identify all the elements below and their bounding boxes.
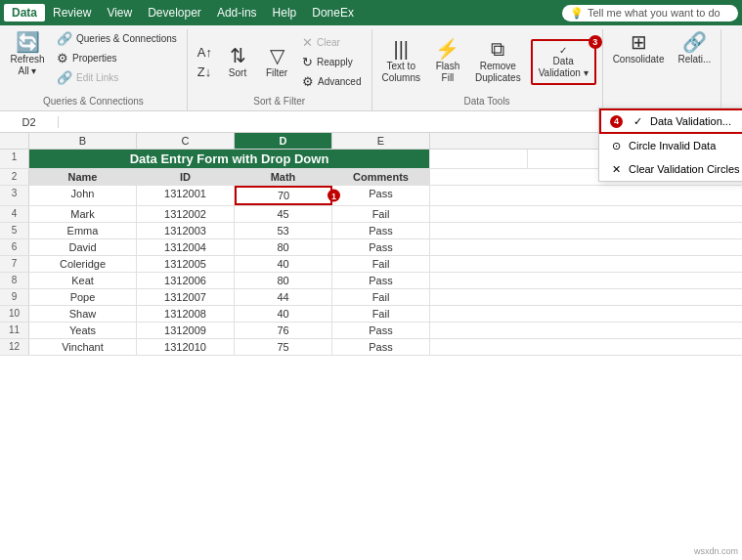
data-validation-button[interactable]: 3 ✓ DataValidation ▾ xyxy=(531,39,596,85)
relationships-button[interactable]: 🔗 Relati... xyxy=(674,29,715,67)
row-num-4: 4 xyxy=(0,206,29,222)
table-cell[interactable]: Vinchant xyxy=(29,339,137,355)
watermark: wsxdn.com xyxy=(694,546,738,556)
badge-3: 3 xyxy=(589,35,602,49)
sort-items: A↑ Z↓ ⇅ Sort ▽ Filter ✕ Clear ↻ xyxy=(194,29,366,94)
table-row: 11Yeats131200976Pass xyxy=(0,323,742,339)
table-cell[interactable]: Pass xyxy=(332,339,430,355)
name-box[interactable]: D2 xyxy=(0,116,59,128)
sort-za-button[interactable]: Z↓ xyxy=(194,63,216,81)
menu-item-help[interactable]: Help xyxy=(265,4,305,22)
table-row: 10Shaw131200840Fail xyxy=(0,306,742,323)
data-rows: 3John1312001701Pass4Mark131200245Fail5Em… xyxy=(0,186,742,356)
table-cell[interactable]: 1312008 xyxy=(137,306,235,322)
dropdown-item-data-validation[interactable]: 4 ✓ Data Validation... xyxy=(599,108,742,134)
refresh-all-button[interactable]: 🔄 RefreshAll ▾ xyxy=(6,29,49,80)
table-cell[interactable]: 1312010 xyxy=(137,339,235,355)
table-cell[interactable]: 40 xyxy=(235,306,332,322)
table-cell[interactable]: 1312004 xyxy=(137,239,235,255)
sort-za-icon: Z↓ xyxy=(197,65,211,79)
clear-reapply-advanced: ✕ Clear ↻ Reapply ⚙ Advanced xyxy=(298,33,365,91)
table-cell[interactable]: Pass xyxy=(332,239,430,255)
filter-button[interactable]: ▽ Filter xyxy=(259,43,294,81)
menu-search[interactable]: 💡 Tell me what you want to do xyxy=(562,5,738,22)
table-cell[interactable]: 44 xyxy=(235,289,332,305)
table-cell[interactable]: Yeats xyxy=(29,323,137,338)
table-cell[interactable]: Pass xyxy=(332,186,430,205)
ribbon-group-data-tools: ||| Text toColumns ⚡ FlashFill ⧉ RemoveD… xyxy=(372,29,603,110)
col-header-e[interactable]: E xyxy=(332,133,430,149)
table-cell[interactable]: 76 xyxy=(235,323,332,338)
text-to-columns-button[interactable]: ||| Text toColumns xyxy=(378,36,424,87)
table-cell[interactable]: David xyxy=(29,239,137,255)
advanced-button[interactable]: ⚙ Advanced xyxy=(298,72,365,91)
ribbon-group-sort: A↑ Z↓ ⇅ Sort ▽ Filter ✕ Clear ↻ xyxy=(188,29,372,110)
col-id-header: ID xyxy=(137,169,235,185)
sort-az-button[interactable]: A↑ xyxy=(194,43,216,62)
flash-fill-icon: ⚡ xyxy=(435,39,459,59)
menu-item-view[interactable]: View xyxy=(99,4,140,22)
selected-cell[interactable]: 701 xyxy=(235,186,332,205)
sort-filter-label: Sort & Filter xyxy=(253,94,305,107)
clear-button[interactable]: ✕ Clear xyxy=(298,33,365,52)
menu-item-data[interactable]: Data xyxy=(4,4,45,22)
table-cell[interactable]: Pass xyxy=(332,273,430,288)
col-header-c[interactable]: C xyxy=(137,133,235,149)
ribbon-group-more: ⊞ Consolidate 🔗 Relati... xyxy=(603,29,722,110)
table-cell[interactable]: Pope xyxy=(29,289,137,305)
flash-fill-button[interactable]: ⚡ FlashFill xyxy=(430,36,465,87)
menu-item-addins[interactable]: Add-ins xyxy=(209,4,265,22)
table-cell[interactable]: 1312005 xyxy=(137,256,235,272)
row-num-3: 3 xyxy=(0,186,29,205)
table-cell[interactable]: 45 xyxy=(235,206,332,222)
title-empty xyxy=(430,150,528,168)
reapply-button[interactable]: ↻ Reapply xyxy=(298,53,365,71)
table-cell[interactable]: Mark xyxy=(29,206,137,222)
dropdown-item-clear-circles[interactable]: ✕ Clear Validation Circles xyxy=(599,157,742,181)
remove-duplicates-button[interactable]: ⧉ RemoveDuplicates xyxy=(471,36,525,87)
col-math-header: Math xyxy=(235,169,332,185)
table-cell[interactable]: Fail xyxy=(332,306,430,322)
table-cell[interactable]: 53 xyxy=(235,223,332,238)
clear-circles-icon: ✕ xyxy=(609,162,623,176)
row-num-8: 8 xyxy=(0,273,29,288)
table-cell[interactable]: Pass xyxy=(332,323,430,338)
table-cell[interactable]: 80 xyxy=(235,273,332,288)
table-cell[interactable]: Pass xyxy=(332,223,430,238)
table-cell[interactable]: Keat xyxy=(29,273,137,288)
table-cell[interactable]: Coleridge xyxy=(29,256,137,272)
sort-button[interactable]: ⇅ Sort xyxy=(220,43,255,81)
table-cell[interactable]: Fail xyxy=(332,206,430,222)
table-cell[interactable]: 1312006 xyxy=(137,273,235,288)
row-num-10: 10 xyxy=(0,306,29,322)
table-cell[interactable]: Shaw xyxy=(29,306,137,322)
relationships-icon: 🔗 xyxy=(682,32,707,52)
table-cell[interactable]: 75 xyxy=(235,339,332,355)
table-cell[interactable]: 40 xyxy=(235,256,332,272)
table-cell[interactable]: 1312003 xyxy=(137,223,235,238)
table-cell[interactable]: Fail xyxy=(332,256,430,272)
table-row: 7Coleridge131200540Fail xyxy=(0,256,742,273)
col-header-b[interactable]: B xyxy=(29,133,137,149)
table-cell[interactable]: 1312001 xyxy=(137,186,235,205)
table-cell[interactable]: 1312007 xyxy=(137,289,235,305)
table-cell[interactable]: 80 xyxy=(235,239,332,255)
edit-links-button[interactable]: 🔗 Edit Links xyxy=(53,68,181,87)
menu-item-review[interactable]: Review xyxy=(45,4,99,22)
row-num-2: 2 xyxy=(0,169,29,185)
table-cell[interactable]: Emma xyxy=(29,223,137,238)
table-cell[interactable]: 1312009 xyxy=(137,323,235,338)
col-header-d[interactable]: D xyxy=(235,133,332,149)
properties-button[interactable]: ⚙ Properties xyxy=(53,49,181,67)
table-cell[interactable]: Fail xyxy=(332,289,430,305)
menu-item-developer[interactable]: Developer xyxy=(140,4,209,22)
table-cell[interactable]: 1312002 xyxy=(137,206,235,222)
table-cell[interactable]: John xyxy=(29,186,137,205)
data-validation-menu-icon: ✓ xyxy=(631,114,644,128)
queries-connections-button[interactable]: 🔗 Queries & Connections xyxy=(53,29,181,48)
search-placeholder: Tell me what you want to do xyxy=(588,7,720,19)
menu-item-doneex[interactable]: DoneEx xyxy=(304,4,362,22)
consolidate-button[interactable]: ⊞ Consolidate xyxy=(609,29,669,67)
table-row: 3John1312001701Pass xyxy=(0,186,742,206)
dropdown-item-circle-invalid[interactable]: ⊙ Circle Invalid Data xyxy=(599,134,742,157)
